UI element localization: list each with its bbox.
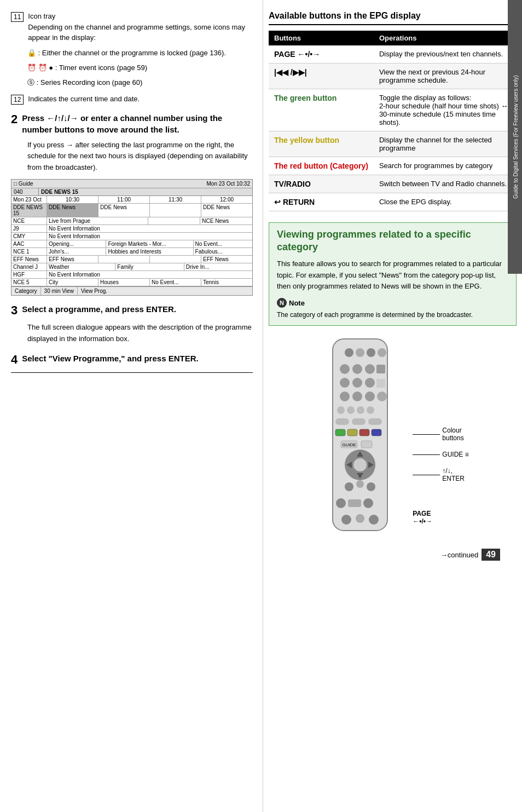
item-title-11: Icon tray [28, 11, 253, 22]
svg-rect-8 [376, 365, 385, 373]
note-box: N Note The category of each programme is… [277, 298, 508, 320]
item-title-12: Indicates the current time and date. [28, 94, 140, 105]
svg-point-5 [340, 364, 350, 374]
epg-footer-prog[interactable]: View Prog. [78, 287, 111, 295]
epg-row-nce: NCE [11, 217, 47, 224]
epg-footer-cat[interactable]: Category [11, 287, 41, 295]
epg-screenshot: □ Guide Mon 23 Oct 10:32 040 DDE NEWS 15… [11, 179, 253, 296]
epg-nce5-3: No Event... [150, 279, 201, 286]
step-4-number: 4 [11, 353, 18, 367]
epg-nce1-2: Hobbies and Interests [106, 248, 193, 255]
table-row: The yellow button Display the channel fo… [269, 131, 517, 157]
epg-eff-3 [150, 256, 201, 263]
op-red: Search for programmes by category [374, 157, 517, 175]
remote-container: GUIDE [269, 333, 517, 543]
svg-point-6 [352, 364, 362, 374]
btn-red: The red button (Category) [269, 157, 374, 175]
label-enter: ↑/↓,ENTER [413, 467, 468, 482]
svg-point-39 [367, 482, 375, 491]
btn-return: ↩ RETURN [269, 193, 374, 211]
svg-rect-24 [335, 429, 345, 436]
btn-tvradio: TV/RADIO [269, 175, 374, 193]
svg-rect-26 [359, 429, 369, 436]
step-3-number: 3 [11, 303, 18, 318]
label-page: PAGE←•/•→ [413, 510, 468, 525]
epg-aac-2: Foreign Markets - Mor... [106, 240, 193, 247]
table-row: TV/RADIO Switch between TV and Radio cha… [269, 175, 517, 193]
epg-chj-2: Family [115, 263, 184, 270]
op-skip: View the next or previous 24-hour progra… [374, 64, 517, 89]
table-row: PAGE ←•/•→ Display the previous/next ten… [269, 45, 517, 64]
epg-nce5-1: City [47, 279, 98, 286]
table-row: |◀◀ /▶▶| View the next or previous 24-ho… [269, 64, 517, 89]
btn-skip: |◀◀ /▶▶| [269, 64, 374, 89]
epg-dde-n2: DDE News [98, 204, 150, 217]
epg-dde-n3 [150, 204, 201, 217]
svg-point-38 [356, 480, 364, 488]
epg-eff-2 [98, 256, 150, 263]
svg-point-13 [340, 391, 350, 401]
table-header-row: Buttons Operations [269, 31, 517, 45]
svg-rect-27 [372, 429, 381, 436]
viewing-title: Viewing programmes related to a specific… [277, 228, 508, 254]
note-icon: N [277, 298, 287, 308]
btn-skip-symbol: |◀◀ /▶▶| [274, 68, 307, 77]
btn-yellow-symbol: The yellow button [274, 136, 339, 145]
epg-eff-4: EFF News [201, 256, 252, 263]
op-yellow: Display the channel for the selected pro… [374, 131, 517, 157]
epg-ch-name: DDE NEWS 15 [39, 188, 80, 195]
epg-nce5-2: Houses [98, 279, 150, 286]
page-label-text: PAGE←•/•→ [413, 510, 432, 525]
table-row: The red button (Category) Search for pro… [269, 157, 517, 175]
svg-point-44 [356, 514, 364, 523]
epg-hgf-1: No Event Information [47, 271, 252, 278]
epg-dde-n4: DDE News [201, 204, 252, 217]
svg-rect-30 [361, 441, 372, 448]
svg-point-37 [345, 482, 353, 491]
svg-point-20 [367, 406, 374, 414]
step-2-number: 2 [11, 112, 18, 126]
svg-point-32 [353, 458, 367, 471]
colour-label-text: Colourbuttons [442, 427, 463, 442]
svg-rect-41 [348, 499, 361, 507]
btn-return-symbol: ↩ RETURN [274, 198, 315, 206]
epg-nce1-1: John's... [47, 248, 106, 255]
step-2-container: 2 Press ←/↑/↓/→ or enter a channel numbe… [11, 112, 253, 135]
btn-yellow: The yellow button [269, 131, 374, 157]
epg-header-left: □ Guide [14, 181, 33, 187]
label-colour: Colourbuttons [413, 427, 468, 442]
op-tvradio: Switch between TV and Radio channels. [374, 175, 517, 193]
epg-time-1030: 10:30 [47, 196, 98, 203]
svg-text:GUIDE: GUIDE [343, 442, 356, 447]
step-4-heading: Select "View Programme," and press ENTER… [22, 353, 198, 364]
table-row: ↩ RETURN Close the EPG display. [269, 193, 517, 211]
svg-point-15 [365, 391, 375, 401]
epg-nce1-3: Fabulous... [194, 248, 252, 255]
epg-ch-num: 040 [11, 188, 39, 195]
epg-chj-1: Weather [47, 263, 115, 270]
item-number-12: 12 [11, 95, 24, 105]
item-desc-11: Depending on the channel and programme s… [28, 22, 253, 43]
epg-cmy-1: No Event Information [47, 233, 252, 240]
item-number-11: 11 [11, 12, 24, 22]
op-return: Close the EPG display. [374, 193, 517, 211]
svg-rect-21 [335, 418, 349, 425]
svg-point-16 [377, 391, 387, 401]
step-2-heading: Press ←/↑/↓/→ or enter a channel number … [22, 112, 253, 135]
step-3-body: The full screen dialogue appears with th… [27, 322, 253, 345]
step-2-body: If you press → after selecting the last … [27, 140, 253, 174]
right-title: Available buttons in the EPG display [269, 11, 517, 25]
icon-row-timer: ⏰ ⏰ ● : Timer event icons (page 59) [27, 61, 253, 74]
epg-row-nce5: NCE 5 [11, 279, 47, 286]
table-row: The green button Toggle the display as f… [269, 89, 517, 131]
epg-row-cmy: CMY [11, 233, 47, 240]
epg-time-1200: 12:00 [201, 196, 252, 203]
continued-text: →continued [440, 551, 478, 559]
svg-rect-23 [368, 418, 382, 425]
epg-footer-view[interactable]: 30 min View [41, 287, 78, 295]
epg-row-chj: Channel J [11, 263, 47, 270]
op-green: Toggle the display as follows:2-hour sch… [374, 89, 517, 131]
page-number: 49 [482, 549, 500, 561]
epg-j9-1: No Event Information [47, 225, 252, 232]
svg-point-7 [365, 364, 375, 374]
